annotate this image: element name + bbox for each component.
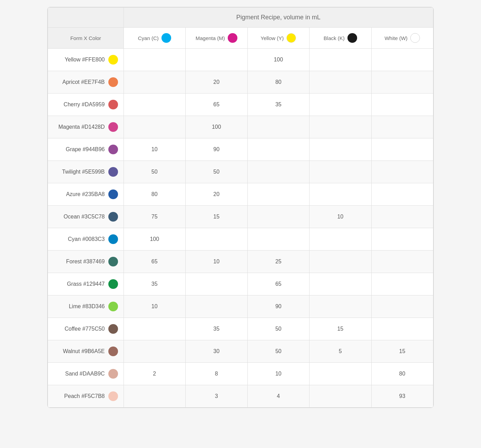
yellow-value: 35 <box>247 94 310 116</box>
white-value <box>371 116 433 138</box>
yellow-value: 65 <box>247 273 310 295</box>
cyan-value: 10 <box>124 138 185 161</box>
empty-corner-cell <box>48 8 124 28</box>
white-value <box>371 228 433 251</box>
cyan-value <box>124 116 185 138</box>
magenta-value: 20 <box>185 71 247 94</box>
color-name: Cherry #DA5959 <box>63 101 105 108</box>
table-row: Grape #944B961090 <box>48 138 433 161</box>
cyan-value: 35 <box>124 273 185 295</box>
color-label-cell: Grape #944B96 <box>48 138 124 161</box>
yellow-value <box>247 116 310 138</box>
color-label-cell: Grass #129447 <box>48 273 124 295</box>
cyan-header: Cyan (C) <box>124 28 185 49</box>
color-name: Grass #129447 <box>67 281 105 287</box>
cyan-value: 10 <box>124 295 185 318</box>
color-name: Magenta #D1428D <box>58 124 105 130</box>
white-dot <box>410 33 420 43</box>
yellow-value: 25 <box>247 251 310 273</box>
yellow-value: 100 <box>247 49 310 71</box>
form-x-color-header: Form X Color <box>48 28 124 49</box>
black-value <box>310 251 371 273</box>
color-swatch <box>108 122 118 132</box>
color-swatch <box>108 369 118 379</box>
table-row: Apricot #EE7F4B2080 <box>48 71 433 94</box>
yellow-value: 90 <box>247 295 310 318</box>
black-value: 10 <box>310 206 371 228</box>
color-name: Sand #DAAB9C <box>65 371 105 377</box>
black-value <box>310 273 371 295</box>
magenta-value: 35 <box>185 318 247 340</box>
color-swatch <box>108 234 118 244</box>
magenta-value: 15 <box>185 206 247 228</box>
color-swatch <box>108 167 118 177</box>
black-value: 5 <box>310 340 371 363</box>
pigment-recipe-table: Pigment Recipe, volume in mL Form X Colo… <box>47 7 434 408</box>
color-label-cell: Cyan #0083C3 <box>48 228 124 251</box>
table-row: Cherry #DA59596535 <box>48 94 433 116</box>
color-name: Lime #83D346 <box>69 303 105 310</box>
cyan-value <box>124 340 185 363</box>
table-row: Ocean #3C5C78751510 <box>48 206 433 228</box>
yellow-value <box>247 228 310 251</box>
black-value <box>310 94 371 116</box>
table-row: Forest #387469651025 <box>48 251 433 273</box>
white-value <box>371 138 433 161</box>
magenta-value: 8 <box>185 363 247 385</box>
black-value <box>310 385 371 408</box>
color-name: Ocean #3C5C78 <box>63 214 105 220</box>
color-swatch <box>108 257 118 266</box>
magenta-header: Magenta (M) <box>185 28 247 49</box>
cyan-value: 2 <box>124 363 185 385</box>
color-name: Twilight #5E599B <box>62 169 105 175</box>
white-value <box>371 161 433 183</box>
white-header: White (W) <box>371 28 433 49</box>
color-name: Yellow #FFE800 <box>65 57 105 63</box>
magenta-value: 100 <box>185 116 247 138</box>
color-name: Walnut #9B6A5E <box>63 348 105 354</box>
magenta-value: 10 <box>185 251 247 273</box>
black-value <box>310 138 371 161</box>
yellow-value: 4 <box>247 385 310 408</box>
table-row: Walnut #9B6A5E3050515 <box>48 340 433 363</box>
cyan-value <box>124 49 185 71</box>
color-swatch <box>108 391 118 401</box>
table-row: Coffee #775C50355015 <box>48 318 433 340</box>
yellow-value: 50 <box>247 318 310 340</box>
yellow-value <box>247 183 310 206</box>
color-swatch <box>108 189 118 199</box>
yellow-value: 80 <box>247 71 310 94</box>
cyan-value <box>124 318 185 340</box>
color-swatch <box>108 302 118 311</box>
color-swatch <box>108 279 118 289</box>
color-label-cell: Walnut #9B6A5E <box>48 340 124 363</box>
yellow-header: Yellow (Y) <box>247 28 310 49</box>
cyan-value <box>124 94 185 116</box>
magenta-value <box>185 295 247 318</box>
cyan-value: 75 <box>124 206 185 228</box>
table-row: Twilight #5E599B5050 <box>48 161 433 183</box>
color-label-cell: Ocean #3C5C78 <box>48 206 124 228</box>
yellow-dot <box>286 33 296 43</box>
color-swatch <box>108 55 118 65</box>
color-label-cell: Forest #387469 <box>48 251 124 273</box>
color-name: Apricot #EE7F4B <box>62 79 105 85</box>
magenta-value <box>185 49 247 71</box>
black-value <box>310 363 371 385</box>
color-name: Peach #F5C7B8 <box>64 393 105 399</box>
color-label-cell: Lime #83D346 <box>48 295 124 318</box>
white-value <box>371 251 433 273</box>
magenta-value: 90 <box>185 138 247 161</box>
table-row: Sand #DAAB9C281080 <box>48 363 433 385</box>
white-value <box>371 49 433 71</box>
magenta-value: 65 <box>185 94 247 116</box>
color-swatch <box>108 324 118 334</box>
white-value <box>371 71 433 94</box>
table-row: Magenta #D1428D100 <box>48 116 433 138</box>
black-value <box>310 116 371 138</box>
yellow-value: 50 <box>247 340 310 363</box>
black-header: Black (K) <box>310 28 371 49</box>
cyan-dot <box>161 33 171 43</box>
white-value <box>371 318 433 340</box>
color-swatch <box>108 145 118 154</box>
